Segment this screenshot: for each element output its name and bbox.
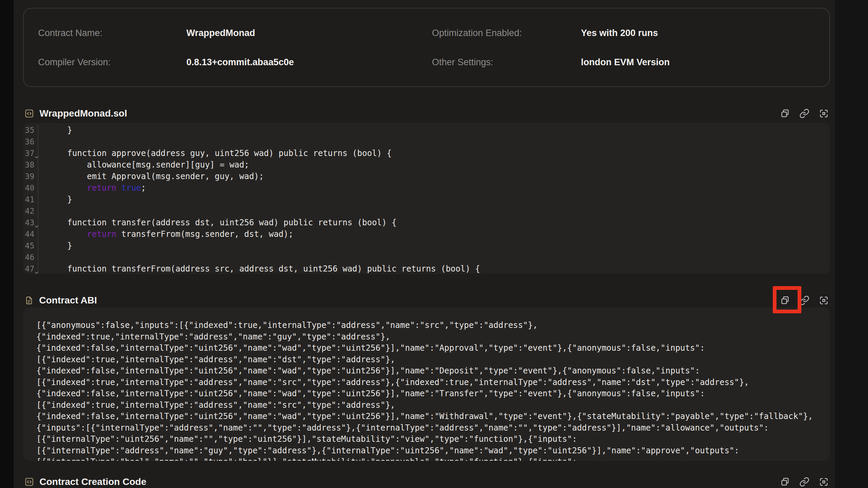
code-line: 39 emit Approval(msg.sender, guy, wad); [23, 171, 830, 182]
code-line: 46 [23, 251, 830, 263]
contract-abi-actions [780, 295, 830, 306]
code-line-text: } [38, 240, 72, 251]
source-file-section-header: WrappedMonad.sol [24, 106, 830, 121]
link-icon [799, 108, 809, 119]
creation-fullscreen-button[interactable] [819, 477, 829, 487]
code-line-text [38, 251, 48, 263]
code-file-icon [24, 477, 34, 487]
info-label: Compiler Version: [38, 57, 186, 68]
info-label: Optimization Enabled: [432, 28, 581, 38]
code-line: 42 [23, 205, 830, 217]
abi-line: {"indexed":false,"internalType":"uint256… [36, 365, 817, 377]
source-permalink-button[interactable] [799, 108, 809, 119]
abi-line: [{"indexed":true,"internalType":"address… [36, 400, 817, 411]
page-left-edge [0, 0, 14, 488]
source-fullscreen-button[interactable] [819, 108, 829, 119]
creation-code-actions [780, 477, 830, 487]
line-number: 44 [23, 228, 38, 240]
code-line: 41 } [23, 194, 830, 205]
abi-line: {"indexed":false,"internalType":"uint256… [36, 343, 817, 354]
abi-line: {"inputs":[{"internalType":"address","na… [36, 422, 817, 434]
copy-icon [780, 295, 790, 306]
code-line: 45 } [23, 240, 830, 251]
code-line-text: allowance[msg.sender][guy] = wad; [38, 159, 249, 171]
code-line-text: function transfer(address dst, uint256 w… [38, 217, 397, 228]
document-icon [24, 295, 34, 306]
code-line: 37 function approve(address guy, uint256… [23, 147, 830, 159]
line-number: 47 [23, 263, 38, 274]
code-line-text: function approve(address guy, uint256 wa… [38, 147, 391, 159]
code-line-text: } [38, 124, 72, 136]
code-line: 35 } [23, 124, 830, 136]
code-line: 44 return transferFrom(msg.sender, dst, … [23, 228, 830, 240]
code-line-text [38, 136, 48, 147]
info-value: london EVM Version [581, 57, 829, 68]
abi-line: [{"indexed":true,"internalType":"address… [36, 354, 817, 366]
code-line-text [38, 205, 48, 217]
abi-line: [{"internalType":"uint256","name":"","ty… [36, 434, 817, 445]
line-number: 37 [23, 147, 38, 159]
line-number: 43 [23, 217, 38, 228]
fullscreen-icon [819, 295, 829, 306]
contract-metadata-card: Contract Name:WrappedMonadOptimization E… [23, 8, 830, 87]
code-line-text: function transferFrom(address src, addre… [38, 263, 480, 274]
link-icon [799, 477, 809, 487]
abi-line: {"indexed":false,"internalType":"uint256… [36, 388, 817, 400]
code-line-text: } [38, 194, 72, 205]
line-number: 42 [23, 205, 38, 217]
abi-permalink-button[interactable] [799, 295, 809, 306]
source-file-actions [780, 108, 830, 119]
code-line-text: return true; [38, 182, 146, 194]
contract-code-panel: Contract Name:WrappedMonadOptimization E… [14, 0, 835, 488]
code-line: 43 function transfer(address dst, uint25… [23, 217, 830, 228]
code-line: 47 function transferFrom(address src, ad… [23, 263, 830, 274]
source-code-viewer[interactable]: 35 }3637 function approve(address guy, u… [23, 123, 830, 274]
creation-code-section-header: Contract Creation Code [24, 474, 830, 488]
source-file-title: WrappedMonad.sol [39, 108, 127, 119]
code-line: 40 return true; [23, 182, 830, 194]
line-number: 38 [23, 159, 38, 171]
contract-abi-section-header: Contract ABI [24, 293, 830, 308]
line-number: 45 [23, 240, 38, 251]
code-line-text: emit Approval(msg.sender, guy, wad); [38, 171, 264, 182]
line-number: 46 [23, 251, 38, 263]
line-number: 35 [23, 124, 38, 136]
abi-fullscreen-button[interactable] [819, 295, 829, 306]
line-number: 40 [23, 182, 38, 194]
code-file-icon [24, 109, 34, 118]
abi-line: {"indexed":true,"internalType":"address"… [36, 331, 817, 343]
abi-line: [{"anonymous":false,"inputs":[{"indexed"… [36, 320, 817, 331]
source-copy-button[interactable] [780, 108, 790, 119]
contract-abi-title: Contract ABI [39, 295, 97, 306]
abi-line: [{"internalType":"address","name":"guy",… [36, 445, 817, 457]
abi-copy-button[interactable] [780, 295, 790, 306]
code-line-text: return transferFrom(msg.sender, dst, wad… [38, 228, 293, 240]
info-label: Contract Name: [38, 28, 186, 38]
line-number: 41 [23, 194, 38, 205]
fullscreen-icon [819, 108, 829, 119]
code-line: 36 [23, 136, 830, 147]
info-value: Yes with 200 runs [581, 28, 829, 38]
info-value: WrappedMonad [186, 28, 432, 38]
info-value: 0.8.13+commit.abaa5c0e [186, 57, 432, 68]
abi-line: {"indexed":false,"internalType":"uint256… [36, 411, 817, 422]
copy-icon [780, 477, 790, 487]
creation-code-title: Contract Creation Code [39, 476, 146, 487]
fullscreen-icon [819, 477, 829, 487]
info-label: Other Settings: [432, 57, 581, 68]
copy-icon [780, 108, 790, 119]
abi-line: [{"internalType":"bool","name":"","type"… [36, 456, 817, 461]
code-line: 38 allowance[msg.sender][guy] = wad; [23, 159, 830, 171]
line-number: 39 [23, 171, 38, 182]
contract-abi-viewer[interactable]: [{"anonymous":false,"inputs":[{"indexed"… [23, 308, 830, 461]
creation-copy-button[interactable] [780, 477, 790, 487]
link-icon [799, 295, 809, 306]
creation-permalink-button[interactable] [799, 477, 809, 487]
line-number: 36 [23, 136, 38, 147]
abi-line: [{"indexed":true,"internalType":"address… [36, 377, 817, 388]
fold-chevron-icon[interactable] [34, 266, 39, 274]
